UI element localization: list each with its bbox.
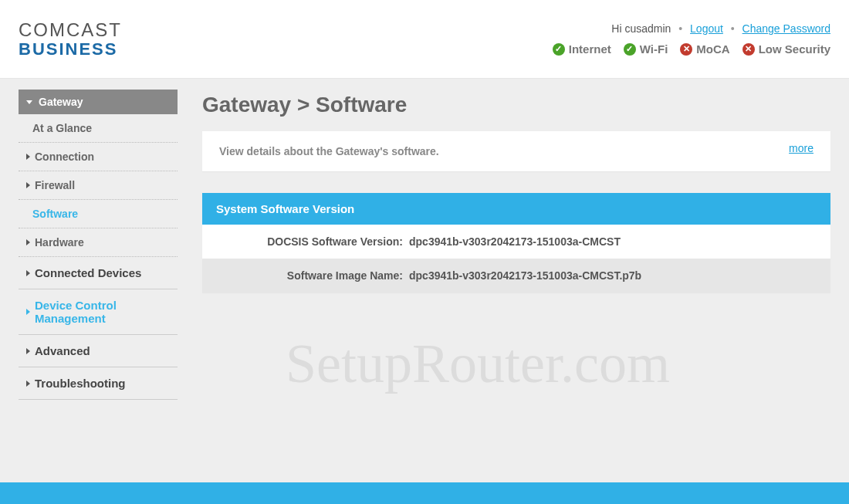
sidebar-item-gateway[interactable]: Gateway [19,90,178,114]
status-row: ✓ Internet ✓ Wi-Fi ✕ MoCA ✕ Low Security [546,42,830,56]
sidebar-item-label: Connection [35,151,94,163]
separator: • [678,22,682,35]
description-text: View details about the Gateway's softwar… [219,145,439,157]
sidebar-item-software[interactable]: Software [19,200,178,228]
row-label: Software Image Name: [216,269,409,282]
check-icon: ✓ [624,43,636,56]
sidebar-item-label: At a Glance [32,122,92,134]
sidebar-item-label: Software [32,208,78,220]
sidebar-item-advanced[interactable]: Advanced [19,335,178,367]
row-value: dpc3941b-v303r2042173-151003a-CMCST.p7b [409,269,817,282]
panel-header: System Software Version [202,193,830,225]
page-title: Gateway > Software [202,93,830,117]
logout-link[interactable]: Logout [690,22,723,35]
content: Gateway At a Glance Connection Firewall … [0,79,849,400]
chevron-right-icon [26,270,30,276]
sidebar-item-troubleshooting[interactable]: Troubleshooting [19,367,178,400]
logo: COMCAST BUSINESS [19,21,122,58]
sidebar-item-connection[interactable]: Connection [19,143,178,171]
row-label: DOCSIS Software Version: [216,235,409,248]
chevron-right-icon [26,348,30,354]
chevron-down-icon [26,100,32,104]
sidebar-item-label: Troubleshooting [35,377,126,390]
sidebar-item-device-control[interactable]: Device Control Management [19,289,178,335]
software-version-panel: System Software Version DOCSIS Software … [202,193,830,293]
status-wifi: ✓ Wi-Fi [624,42,668,56]
chevron-right-icon [26,309,30,315]
table-row: Software Image Name: dpc3941b-v303r20421… [202,259,830,293]
header-right: Hi cusadmin • Logout • Change Password ✓… [546,22,830,56]
footer-bar [0,482,849,504]
sidebar: Gateway At a Glance Connection Firewall … [19,90,178,400]
chevron-right-icon [26,381,30,387]
chevron-right-icon [26,182,30,188]
more-link[interactable]: more [789,142,813,154]
sidebar-item-connected-devices[interactable]: Connected Devices [19,257,178,289]
logo-line-1: COMCAST [19,21,122,39]
x-icon: ✕ [742,43,755,56]
sidebar-item-label: Connected Devices [35,266,141,279]
sidebar-item-label: Device Control Management [35,299,170,325]
status-low-security: ✕ Low Security [742,42,830,56]
sidebar-item-hardware[interactable]: Hardware [19,228,178,257]
separator: • [731,22,735,35]
chevron-right-icon [26,154,30,160]
status-internet: ✓ Internet [553,42,611,56]
row-value: dpc3941b-v303r2042173-151003a-CMCST [409,235,817,248]
status-label: Wi-Fi [640,42,668,56]
status-label: Internet [569,42,611,56]
x-icon: ✕ [680,43,692,56]
chevron-right-icon [26,239,30,245]
sidebar-item-label: Advanced [35,344,90,357]
table-row: DOCSIS Software Version: dpc3941b-v303r2… [202,225,830,259]
sidebar-item-label: Gateway [39,96,83,108]
status-label: Low Security [759,42,830,56]
sidebar-item-label: Firewall [35,179,75,191]
logo-line-2: BUSINESS [19,41,122,58]
greeting-text: Hi cusadmin [611,22,671,35]
sidebar-item-firewall[interactable]: Firewall [19,171,178,200]
main-content: Gateway > Software View details about th… [202,90,830,400]
user-bar: Hi cusadmin • Logout • Change Password [611,22,830,35]
check-icon: ✓ [553,43,565,56]
change-password-link[interactable]: Change Password [742,22,830,35]
status-label: MoCA [696,42,729,56]
sidebar-item-label: Hardware [35,236,84,249]
header: COMCAST BUSINESS Hi cusadmin • Logout • … [0,0,849,79]
status-moca: ✕ MoCA [680,42,729,56]
description-card: View details about the Gateway's softwar… [202,131,830,171]
sidebar-item-at-a-glance[interactable]: At a Glance [19,114,178,143]
